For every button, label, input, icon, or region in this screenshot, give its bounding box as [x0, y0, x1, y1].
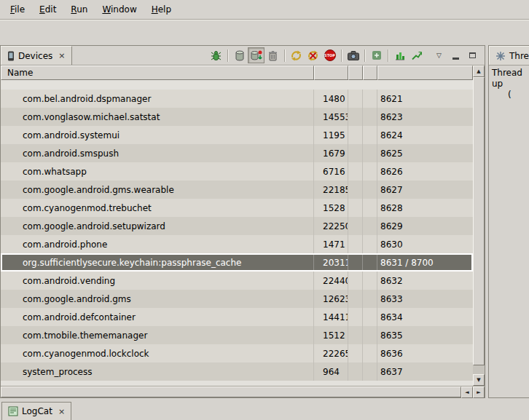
refresh-arrows-icon [291, 50, 302, 61]
scroll-right-icon[interactable]: ► [473, 387, 485, 398]
process-row[interactable]: com.android.smspush 1679 8625 [1, 144, 473, 162]
allocation-tracker-button[interactable] [408, 47, 425, 63]
process-row[interactable]: com.cyanogenmod.lockclock 22265 8636 [1, 344, 473, 362]
column-header-name[interactable]: Name [1, 66, 314, 80]
process-port: 8624 [377, 126, 473, 144]
process-port: 8633 [377, 290, 473, 308]
process-row[interactable]: com.android.defcontainer 14411 8634 [1, 308, 473, 326]
column-header-port[interactable] [377, 66, 473, 80]
process-port: 8627 [377, 181, 473, 199]
process-pid: 1679 [314, 144, 348, 162]
process-row[interactable]: com.android.systemui 1195 8624 [1, 126, 473, 144]
process-row[interactable]: org.sufficientlysecure.keychain:passphra… [1, 253, 473, 272]
process-name: com.cyanogenmod.trebuchet [1, 199, 314, 217]
process-name: system_process [1, 362, 314, 381]
menu-item-file[interactable]: File [3, 1, 32, 17]
bar-chart-icon [395, 50, 405, 60]
process-name: com.android.systemui [1, 126, 314, 144]
process-col4 [363, 108, 377, 126]
process-row[interactable]: com.google.android.setupwizard 22250 862… [1, 217, 473, 235]
maximize-icon [469, 52, 476, 58]
process-name: com.google.android.gms [1, 290, 314, 308]
maximize-button[interactable] [464, 47, 481, 63]
menu-item-window[interactable]: Window [95, 1, 144, 17]
horizontal-scroll-thumb[interactable] [1, 387, 461, 397]
process-col4 [363, 162, 377, 181]
close-icon[interactable]: × [56, 51, 65, 60]
scroll-left-icon[interactable]: ◄ [461, 387, 473, 398]
system-info-button[interactable] [368, 47, 385, 63]
threads-panel: Threads Thread up ( [488, 45, 529, 398]
view-menu-button[interactable]: ▽ [431, 47, 447, 63]
horizontal-scrollbar[interactable]: ◄ ► [1, 386, 485, 397]
close-icon[interactable]: × [56, 407, 65, 416]
process-name: com.google.android.gms.wearable [1, 181, 314, 199]
scroll-down-icon[interactable]: ▼ [473, 374, 485, 386]
process-row[interactable]: com.whatsapp 6716 8626 [1, 162, 473, 181]
process-col4 [363, 181, 377, 199]
tab-logcat[interactable]: LogCat × [1, 402, 71, 420]
camera-icon [348, 51, 359, 60]
cause-gc-button[interactable] [264, 47, 281, 63]
stop-threads-button[interactable] [305, 47, 321, 63]
process-name: com.android.vending [1, 272, 314, 290]
process-col3 [348, 253, 363, 272]
update-heap-button[interactable] [231, 47, 248, 63]
update-threads-button[interactable] [288, 47, 305, 63]
column-header-3[interactable] [348, 66, 363, 80]
menu-item-edit[interactable]: Edit [32, 1, 63, 17]
chevron-down-icon: ▽ [436, 52, 442, 59]
menu-item-run[interactable]: Run [63, 1, 95, 17]
process-port: 8626 [377, 162, 473, 181]
horizontal-scroll-track[interactable] [1, 387, 461, 397]
vertical-scroll-thumb[interactable] [473, 77, 485, 365]
process-pid: 22440 [314, 272, 348, 290]
menu-item-help[interactable]: Help [144, 1, 179, 17]
vertical-scrollbar[interactable]: ▲ ▼ [473, 66, 485, 386]
minimize-icon [452, 58, 459, 60]
process-col3 [348, 272, 363, 290]
process-col4 [363, 362, 377, 381]
refresh-arrows-x-icon [307, 50, 318, 61]
process-pid: 14411 [314, 308, 348, 326]
process-port: 8632 [377, 272, 473, 290]
process-row[interactable]: com.android.phone 1471 8630 [1, 235, 473, 253]
debug-process-button[interactable] [208, 47, 224, 63]
process-row[interactable]: com.google.android.gms 12623 8633 [1, 290, 473, 308]
column-header-pid[interactable] [314, 66, 348, 80]
toolbar-separator [388, 49, 388, 62]
process-col4 [363, 144, 377, 162]
tab-devices-label: Devices [18, 51, 52, 61]
process-port: 8630 [377, 235, 473, 253]
column-header-4[interactable] [363, 66, 377, 80]
process-col3 [348, 126, 363, 144]
process-row[interactable]: com.vonglasow.michael.satstat 14553 8623 [1, 108, 473, 126]
tab-threads[interactable]: Threads [489, 46, 529, 65]
screen-capture-button[interactable] [345, 47, 361, 63]
scroll-up-icon[interactable]: ▲ [473, 66, 485, 77]
vertical-scroll-track[interactable] [473, 77, 485, 374]
dump-hprof-button[interactable] [248, 47, 264, 63]
tab-devices[interactable]: Devices × [1, 46, 72, 65]
process-row[interactable]: com.cyanogenmod.trebuchet 1528 8628 [1, 199, 473, 217]
process-port: 8625 [377, 144, 473, 162]
process-row[interactable]: com.tmobile.thememanager 1512 8635 [1, 326, 473, 344]
process-row[interactable]: com.android.vending 22440 8632 [1, 272, 473, 290]
method-profiling-button[interactable] [391, 47, 408, 63]
logcat-icon [8, 406, 18, 416]
process-col3 [348, 162, 363, 181]
process-col4 [363, 308, 377, 326]
minimize-button[interactable] [447, 47, 464, 63]
process-row[interactable]: com.bel.android.dspmanager 1480 8621 [1, 90, 473, 108]
process-row[interactable]: com.google.android.gms.wearable 22185 86… [1, 181, 473, 199]
process-col3 [348, 217, 363, 235]
stop-process-button[interactable]: STOP [321, 47, 338, 63]
threads-content: Thread up ( [489, 66, 529, 103]
process-col4 [363, 90, 377, 108]
process-port: 8634 [377, 308, 473, 326]
process-row[interactable]: system_process 964 8637 [1, 362, 473, 381]
toolbar-separator [341, 49, 342, 62]
process-col4 [363, 272, 377, 290]
process-col3 [348, 90, 363, 108]
heap-cylinder-icon [235, 50, 245, 61]
